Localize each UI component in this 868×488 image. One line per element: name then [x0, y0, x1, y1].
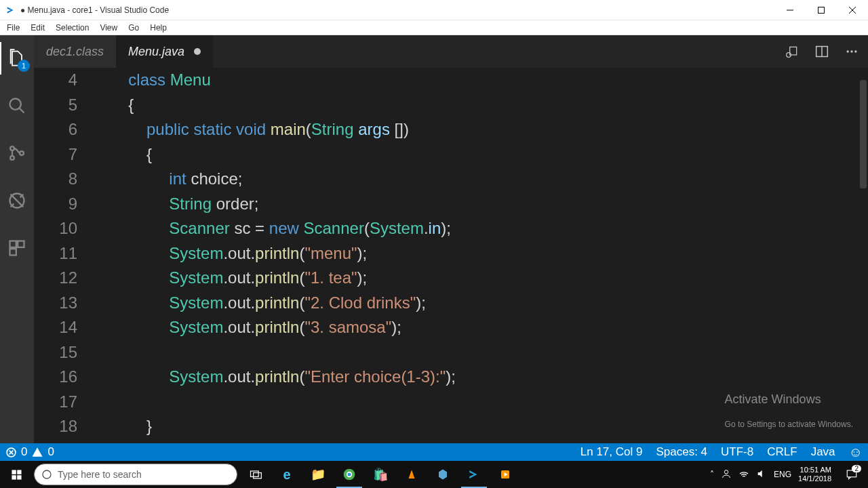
unsaved-dot-icon [194, 48, 201, 55]
menu-bar: File Edit Selection View Go Help [0, 20, 868, 35]
cursor-position[interactable]: Ln 17, Col 9 [580, 445, 643, 459]
svg-point-41 [724, 470, 728, 473]
tray-clock[interactable]: 10:51 AM14/1/2018 [798, 466, 831, 483]
svg-rect-29 [12, 475, 16, 479]
explorer-badge: 1 [18, 60, 30, 72]
start-button[interactable] [0, 461, 33, 488]
window-title: ● Menu.java - core1 - Visual Studio Code [20, 5, 774, 15]
menu-file[interactable]: File [1, 22, 25, 34]
scm-icon[interactable] [0, 137, 34, 169]
encoding[interactable]: UTF-8 [721, 445, 753, 459]
tray-chevron-icon[interactable]: ˄ [710, 470, 714, 479]
search-placeholder: Type here to search [58, 469, 142, 480]
svg-point-21 [847, 50, 849, 52]
taskbar-search[interactable]: Type here to search [34, 464, 237, 485]
tray-people-icon[interactable] [721, 468, 732, 481]
menu-help[interactable]: Help [144, 22, 172, 34]
error-count[interactable]: 0 [21, 445, 27, 459]
taskbar-app-vscode[interactable] [458, 461, 490, 488]
action-center-badge: 2 [852, 465, 861, 472]
status-bar: 0 0 Ln 17, Col 9 Spaces: 4 UTF-8 CRLF Ja… [0, 443, 868, 461]
svg-point-5 [10, 99, 21, 110]
svg-rect-27 [12, 470, 16, 474]
svg-rect-33 [254, 473, 262, 479]
svg-rect-14 [10, 241, 16, 247]
svg-point-22 [850, 50, 852, 52]
scrollbar-thumb[interactable] [860, 80, 867, 188]
svg-point-36 [348, 473, 351, 476]
feedback-icon[interactable]: ☺ [849, 445, 863, 460]
taskbar-app-media[interactable] [490, 461, 521, 488]
eol[interactable]: CRLF [767, 445, 797, 459]
svg-point-9 [20, 151, 24, 155]
menu-go[interactable]: Go [123, 22, 144, 34]
tray-network-icon[interactable] [738, 468, 749, 481]
debug-icon[interactable] [0, 184, 34, 217]
code-body[interactable]: class Menu { public static void main(Str… [92, 68, 859, 443]
tab-menu-java[interactable]: Menu.java [116, 35, 213, 68]
svg-line-6 [20, 108, 24, 113]
explorer-icon[interactable]: 1 [0, 42, 34, 75]
svg-rect-2 [818, 7, 825, 13]
extensions-icon[interactable] [0, 232, 34, 264]
svg-rect-32 [251, 471, 259, 476]
svg-marker-38 [469, 470, 477, 479]
vscode-icon [5, 5, 16, 16]
svg-point-7 [10, 146, 14, 150]
task-view-icon[interactable] [240, 461, 271, 488]
taskbar-app-generic[interactable] [427, 461, 458, 488]
taskbar-app-store[interactable]: 🛍️ [365, 461, 396, 488]
activity-bar: 1 [0, 35, 34, 443]
minimize-button[interactable] [774, 0, 806, 20]
taskbar-app-chrome[interactable] [334, 461, 365, 488]
scrollbar[interactable] [859, 68, 868, 443]
taskbar-app-edge[interactable]: e [271, 461, 302, 488]
tray-volume-icon[interactable] [756, 468, 767, 481]
more-actions-icon[interactable] [844, 43, 860, 60]
tab-dec1[interactable]: dec1.class [34, 35, 116, 68]
svg-marker-0 [7, 7, 14, 13]
tray-language[interactable]: ENG [774, 470, 791, 479]
editor-tabs: dec1.class Menu.java [34, 35, 868, 68]
taskbar-app-vlc[interactable] [396, 461, 427, 488]
window-titlebar[interactable]: ● Menu.java - core1 - Visual Studio Code [0, 0, 868, 20]
compare-changes-icon[interactable] [784, 43, 800, 60]
code-editor[interactable]: 456789101112131415161718 class Menu { pu… [34, 68, 868, 443]
menu-edit[interactable]: Edit [25, 22, 50, 34]
close-button[interactable] [837, 0, 868, 20]
warning-icon[interactable] [31, 446, 43, 458]
svg-point-8 [10, 156, 14, 160]
menu-selection[interactable]: Selection [50, 22, 94, 34]
search-icon[interactable] [0, 89, 34, 122]
svg-rect-28 [17, 470, 21, 474]
svg-point-23 [854, 50, 856, 52]
warning-count[interactable]: 0 [47, 445, 54, 459]
svg-rect-30 [17, 475, 21, 479]
indent-setting[interactable]: Spaces: 4 [656, 445, 707, 459]
svg-point-31 [43, 470, 51, 479]
maximize-button[interactable] [806, 0, 837, 20]
svg-marker-37 [409, 470, 415, 479]
cortana-icon [41, 469, 52, 480]
menu-view[interactable]: View [94, 22, 123, 34]
action-center-icon[interactable]: 2 [838, 461, 865, 488]
language-mode[interactable]: Java [811, 445, 835, 459]
error-icon[interactable] [5, 447, 17, 458]
split-editor-icon[interactable] [814, 43, 830, 60]
taskbar-app-explorer[interactable]: 📁 [302, 461, 334, 488]
line-gutter: 456789101112131415161718 [34, 68, 92, 443]
svg-rect-15 [18, 241, 24, 247]
svg-rect-16 [10, 249, 16, 255]
svg-marker-42 [758, 470, 762, 477]
windows-taskbar: Type here to search e 📁 🛍️ ˄ ENG 10:51 A… [0, 461, 868, 488]
